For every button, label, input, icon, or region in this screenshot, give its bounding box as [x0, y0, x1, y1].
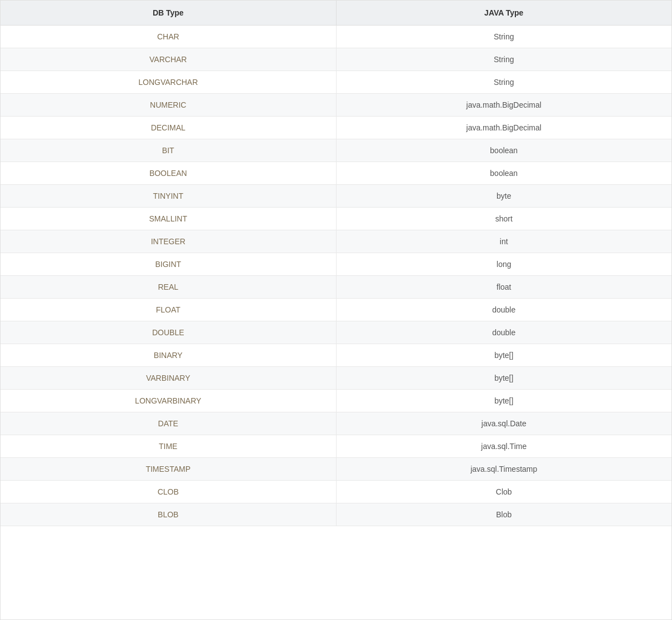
db-type-cell: DOUBLE [1, 321, 336, 344]
db-type-cell: NUMERIC [1, 94, 336, 117]
java-type-cell: byte[] [336, 344, 671, 367]
type-mapping-table: DB Type JAVA Type CHARStringVARCHARStrin… [1, 1, 671, 526]
java-type-cell: String [336, 48, 671, 71]
db-type-cell: BINARY [1, 344, 336, 367]
java-type-cell: java.sql.Date [336, 412, 671, 435]
table-row: TIMEjava.sql.Time [1, 435, 671, 458]
db-type-cell: BIGINT [1, 253, 336, 276]
table-row: BINARYbyte[] [1, 344, 671, 367]
java-type-cell: java.sql.Timestamp [336, 458, 671, 481]
db-type-cell: DECIMAL [1, 117, 336, 139]
java-type-cell: long [336, 253, 671, 276]
table-row: TIMESTAMPjava.sql.Timestamp [1, 458, 671, 481]
table-row: FLOATdouble [1, 299, 671, 321]
main-container: DB Type JAVA Type CHARStringVARCHARStrin… [0, 0, 672, 620]
java-type-cell: java.math.BigDecimal [336, 94, 671, 117]
db-type-cell: INTEGER [1, 230, 336, 253]
table-row: DATEjava.sql.Date [1, 412, 671, 435]
table-body: CHARStringVARCHARStringLONGVARCHARString… [1, 26, 671, 526]
table-row: CLOBClob [1, 481, 671, 503]
java-type-cell: String [336, 26, 671, 48]
table-row: DOUBLEdouble [1, 321, 671, 344]
java-type-cell: boolean [336, 162, 671, 185]
table-row: DECIMALjava.math.BigDecimal [1, 117, 671, 139]
db-type-cell: BLOB [1, 503, 336, 526]
db-type-cell: FLOAT [1, 299, 336, 321]
db-type-cell: SMALLINT [1, 208, 336, 230]
db-type-cell: VARBINARY [1, 367, 336, 390]
java-type-cell: byte [336, 185, 671, 208]
table-row: VARCHARString [1, 48, 671, 71]
java-type-cell: Blob [336, 503, 671, 526]
table-row: BIGINTlong [1, 253, 671, 276]
java-type-cell: short [336, 208, 671, 230]
java-type-cell: String [336, 71, 671, 94]
java-type-cell: byte[] [336, 367, 671, 390]
table-row: VARBINARYbyte[] [1, 367, 671, 390]
table-row: LONGVARCHARString [1, 71, 671, 94]
db-type-cell: CHAR [1, 26, 336, 48]
db-type-cell: LONGVARCHAR [1, 71, 336, 94]
table-row: NUMERICjava.math.BigDecimal [1, 94, 671, 117]
java-type-cell: Clob [336, 481, 671, 503]
table-row: INTEGERint [1, 230, 671, 253]
table-row: BLOBBlob [1, 503, 671, 526]
table-row: LONGVARBINARYbyte[] [1, 390, 671, 412]
db-type-cell: BIT [1, 139, 336, 162]
java-type-cell: java.sql.Time [336, 435, 671, 458]
db-type-cell: LONGVARBINARY [1, 390, 336, 412]
java-type-header: JAVA Type [336, 1, 671, 26]
db-type-cell: VARCHAR [1, 48, 336, 71]
table-row: REALfloat [1, 276, 671, 299]
db-type-cell: CLOB [1, 481, 336, 503]
table-header-row: DB Type JAVA Type [1, 1, 671, 26]
java-type-cell: double [336, 321, 671, 344]
java-type-cell: java.math.BigDecimal [336, 117, 671, 139]
table-row: TINYINTbyte [1, 185, 671, 208]
java-type-cell: boolean [336, 139, 671, 162]
java-type-cell: int [336, 230, 671, 253]
table-row: BOOLEANboolean [1, 162, 671, 185]
db-type-cell: TIMESTAMP [1, 458, 336, 481]
java-type-cell: byte[] [336, 390, 671, 412]
db-type-cell: BOOLEAN [1, 162, 336, 185]
table-row: BITboolean [1, 139, 671, 162]
java-type-cell: float [336, 276, 671, 299]
db-type-cell: REAL [1, 276, 336, 299]
db-type-cell: TINYINT [1, 185, 336, 208]
db-type-header: DB Type [1, 1, 336, 26]
db-type-cell: DATE [1, 412, 336, 435]
db-type-cell: TIME [1, 435, 336, 458]
table-row: CHARString [1, 26, 671, 48]
table-row: SMALLINTshort [1, 208, 671, 230]
java-type-cell: double [336, 299, 671, 321]
